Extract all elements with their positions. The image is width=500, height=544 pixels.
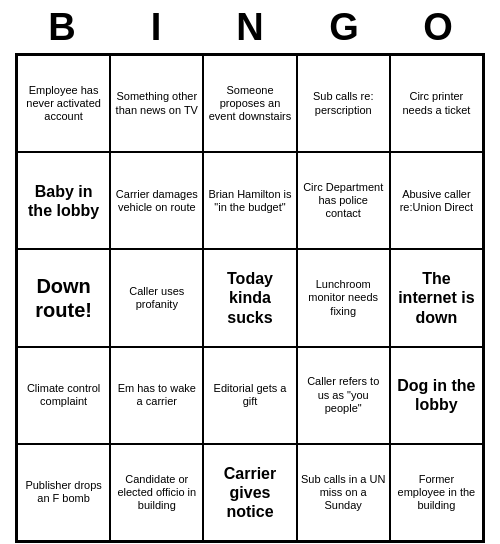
- bingo-cell-22[interactable]: Carrier gives notice: [203, 444, 296, 541]
- bingo-cell-1[interactable]: Something other than news on TV: [110, 55, 203, 152]
- bingo-cell-13[interactable]: Lunchroom monitor needs fixing: [297, 249, 390, 346]
- bingo-cell-8[interactable]: Circ Department has police contact: [297, 152, 390, 249]
- bingo-cell-12[interactable]: Today kinda sucks: [203, 249, 296, 346]
- bingo-cell-2[interactable]: Someone proposes an event downstairs: [203, 55, 296, 152]
- bingo-cell-21[interactable]: Candidate or elected officio in building: [110, 444, 203, 541]
- bingo-title: B I N G O: [15, 0, 485, 53]
- bingo-cell-16[interactable]: Em has to wake a carrier: [110, 347, 203, 444]
- bingo-cell-5[interactable]: Baby in the lobby: [17, 152, 110, 249]
- bingo-cell-9[interactable]: Abusive caller re:Union Direct: [390, 152, 483, 249]
- bingo-cell-3[interactable]: Sub calls re: perscription: [297, 55, 390, 152]
- bingo-cell-7[interactable]: Brian Hamilton is "in the budget": [203, 152, 296, 249]
- letter-i: I: [116, 6, 196, 49]
- bingo-cell-10[interactable]: Down route!: [17, 249, 110, 346]
- bingo-cell-17[interactable]: Editorial gets a gift: [203, 347, 296, 444]
- bingo-grid: Employee has never activated accountSome…: [15, 53, 485, 543]
- bingo-cell-6[interactable]: Carrier damages vehicle on route: [110, 152, 203, 249]
- bingo-cell-0[interactable]: Employee has never activated account: [17, 55, 110, 152]
- bingo-cell-14[interactable]: The internet is down: [390, 249, 483, 346]
- letter-g: G: [304, 6, 384, 49]
- bingo-cell-23[interactable]: Sub calls in a UN miss on a Sunday: [297, 444, 390, 541]
- bingo-cell-19[interactable]: Dog in the lobby: [390, 347, 483, 444]
- bingo-cell-11[interactable]: Caller uses profanity: [110, 249, 203, 346]
- bingo-cell-4[interactable]: Circ printer needs a ticket: [390, 55, 483, 152]
- letter-n: N: [210, 6, 290, 49]
- bingo-cell-20[interactable]: Publisher drops an F bomb: [17, 444, 110, 541]
- bingo-cell-24[interactable]: Former employee in the building: [390, 444, 483, 541]
- bingo-cell-15[interactable]: Climate control complaint: [17, 347, 110, 444]
- bingo-cell-18[interactable]: Caller refers to us as "you people": [297, 347, 390, 444]
- letter-b: B: [22, 6, 102, 49]
- letter-o: O: [398, 6, 478, 49]
